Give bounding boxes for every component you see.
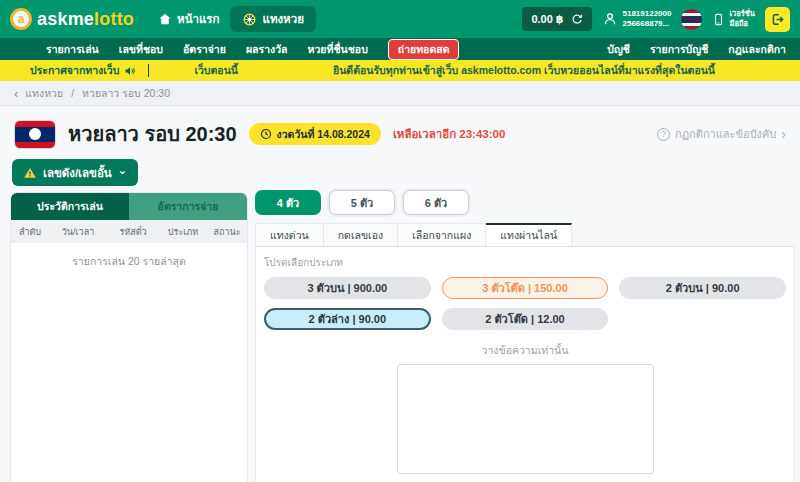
digit-tabs: 4 ตัว 5 ตัว 6 ตัว [255,190,795,215]
tab-play-history[interactable]: ประวัติการเล่น [11,193,129,220]
logout-button[interactable] [765,7,790,32]
user-number-2: 256668879... [623,19,672,29]
select-type-label: โปรดเลือกประเภท [264,255,786,270]
nav-favorite-numbers[interactable]: เลขที่ชอบ [119,41,163,58]
wheel-icon [242,12,257,27]
bet-type-grid: 3 ตัวบน | 900.00 3 ตัวโต๊ด | 150.00 2 ตั… [264,277,786,330]
chevron-down-icon: ⌄ [118,164,127,177]
lottery-title-row: หวยลาว รอบ 20:30 งวดวันที่ 14.08.2024 เห… [14,116,786,152]
bet-type-3-top[interactable]: 3 ตัวบน | 900.00 [264,277,431,299]
tab-choose-from-board[interactable]: เลือกจากแผง [398,223,486,246]
breadcrumb-back[interactable]: ‹ แทงหวย [14,85,63,102]
balance-amount: 0.00 ฿ [531,13,563,26]
tab-5-digits[interactable]: 5 ตัว [329,190,395,215]
warning-icon [23,166,37,180]
chevron-left-icon: ‹ [14,87,18,100]
nav-results[interactable]: ผลรางวัล [246,41,288,58]
logo-text: askmelotto [37,9,134,30]
tab-payout-rate[interactable]: อัตราการจ่าย [129,193,247,220]
user-icon [602,11,618,27]
countdown-timer: เหลือเวลาอีก 23:43:00 [393,125,505,143]
clock-icon [260,128,272,140]
col-ticket: รหัสตั๋ว [107,225,159,239]
nav-home-label: หน้าแรก [177,10,219,28]
draw-date-badge: งวดวันที่ 14.08.2024 [249,123,381,145]
bet-type-2-top[interactable]: 2 ตัวบน | 90.00 [619,277,786,299]
page-title: หวยลาว รอบ 20:30 [68,118,237,150]
nav-bet-label: แทงหวย [263,10,304,28]
mobile-version-link[interactable]: เวอร์ชั่น มือถือ [712,9,755,29]
nav-bet-lottery[interactable]: แทงหวย [230,6,316,32]
nav-account-list[interactable]: รายการบัญชี [650,41,708,58]
nav-play-list[interactable]: รายการเล่น [46,41,99,58]
history-panel: ประวัติการเล่น อัตราการจ่าย ลำดับ วัน/เว… [10,192,248,482]
nav-rules[interactable]: กฎและกติกา [728,41,786,58]
laos-flag-icon [14,120,56,149]
sub-nav: รายการเล่น เลขที่ชอบ อัตราจ่าย ผลรางวัล … [0,38,800,60]
speaker-icon [124,65,136,77]
bet-card: โปรดเลือกประเภท 3 ตัวบน | 900.00 3 ตัวโต… [255,247,795,482]
tab-4-digits[interactable]: 4 ตัว [255,190,321,215]
user-numbers: 51819122000 256668879... [623,9,672,29]
breadcrumb: ‹ แทงหวย / หวยลาว รอบ 20:30 [0,81,800,106]
history-table-header: ลำดับ วัน/เวลา รหัสตั๋ว ประเภท สถานะ [11,220,247,243]
top-header: a askmelotto หน้าแรก แทงหวย 0.00 ฿ [0,0,800,38]
paste-textarea[interactable] [397,364,654,474]
col-status: สถานะ [207,225,247,239]
logo-icon: a [10,8,32,30]
mode-tabs: แทงด่วน กดเลขเอง เลือกจากแผง แทงผ่านไลน์ [255,223,795,247]
bet-type-2-tode[interactable]: 2 ตัวโต๊ด | 12.00 [442,308,609,330]
announcement-message: ยินดีต้อนรับทุกท่านเข้าสู่เว็บ askmelott… [333,62,715,79]
hot-numbers-button[interactable]: เลขดัง/เลขอั้น ⌄ [12,159,138,186]
nav-live-badge[interactable]: ถ่ายทอดสด [388,39,460,60]
nav-home[interactable]: หน้าแรก [158,10,219,28]
user-account[interactable]: 51819122000 256668879... [602,9,672,29]
announcement-bar: ประกาศจากทางเว็บ เว็บตอนนี้ ยินดีต้อนรับ… [0,60,800,81]
breadcrumb-separator: / [71,87,74,99]
nav-favorite-lottos[interactable]: หวยที่ชื่นชอบ [308,41,368,58]
nav-pay-rates[interactable]: อัตราจ่าย [183,41,226,58]
bet-type-2-bottom[interactable]: 2 ตัวล่าง | 90.00 [264,308,431,330]
tab-enter-numbers[interactable]: กดเลขเอง [324,223,398,246]
col-order: ลำดับ [11,225,49,239]
page: a askmelotto หน้าแรก แทงหวย 0.00 ฿ [0,0,800,482]
chevron-right-icon: › [781,126,786,142]
announcement-marquee: เว็บตอนนี้ ยินดีต้อนรับทุกท่านเข้าสู่เว็… [149,62,800,79]
announcement-message: เว็บตอนนี้ [194,62,238,79]
question-icon: ? [657,128,670,141]
tab-6-digits[interactable]: 6 ตัว [403,190,469,215]
logout-icon [770,12,785,27]
history-tabs: ประวัติการเล่น อัตราการจ่าย [11,193,247,220]
logo[interactable]: a askmelotto [10,8,134,30]
mobile-version-text: เวอร์ชั่น มือถือ [729,9,755,29]
history-empty-text: รายการเล่น 20 รายล่าสุด [11,243,247,270]
announcement-label: ประกาศจากทางเว็บ [0,62,148,79]
tab-bet-via-line[interactable]: แทงผ่านไลน์ [486,223,572,246]
user-number-1: 51819122000 [623,9,672,19]
balance-box[interactable]: 0.00 ฿ [522,7,591,31]
col-datetime: วัน/เวลา [49,225,107,239]
thai-flag-icon[interactable] [681,9,702,30]
sub-nav-right: บัญชี รายการบัญชี กฎและกติกา [607,41,786,58]
bet-panel: 4 ตัว 5 ตัว 6 ตัว แทงด่วน กดเลขเอง เลือก… [255,190,795,482]
refresh-icon[interactable] [571,13,583,25]
col-type: ประเภท [159,225,207,239]
bet-type-3-tode[interactable]: 3 ตัวโต๊ด | 150.00 [442,277,609,299]
breadcrumb-current: หวยลาว รอบ 20:30 [82,85,170,102]
paste-text-label: วางข้อความเท่านั้น [264,342,786,359]
rules-link[interactable]: ? กฏกติกาและข้อบังคับ › [657,125,786,143]
phone-icon [712,13,725,26]
nav-account[interactable]: บัญชี [607,41,630,58]
home-icon [158,12,172,26]
tab-quick-bet[interactable]: แทงด่วน [255,223,324,246]
